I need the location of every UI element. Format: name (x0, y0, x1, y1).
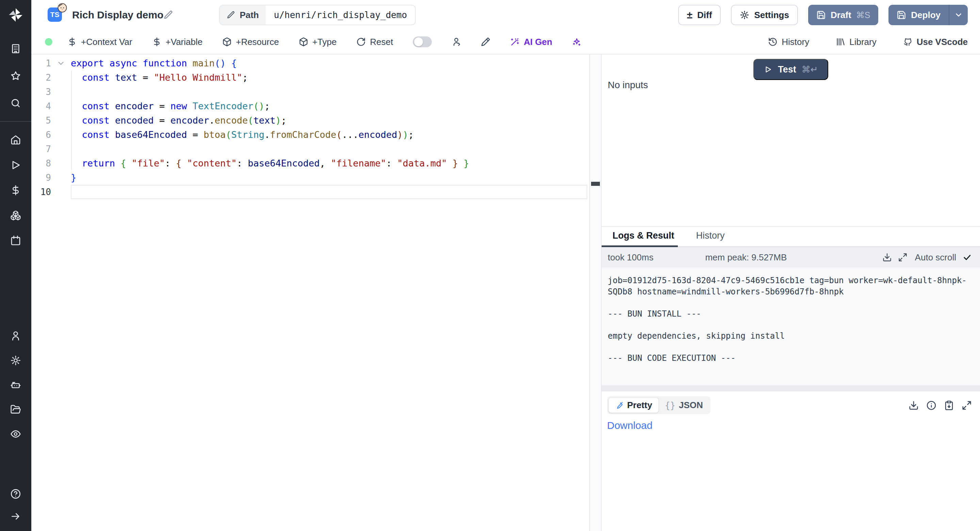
search-icon[interactable] (10, 97, 21, 109)
code-line[interactable]: 3 (31, 85, 589, 99)
page-title: Rich Display demo (72, 9, 163, 21)
path-button[interactable]: Path u/henri/rich_display_demo (219, 5, 416, 25)
magic-wand-icon (510, 37, 520, 47)
code-line[interactable]: 1export async function main() { (31, 56, 589, 70)
code-line[interactable]: 2 const text = "Hello Windmill"; (31, 70, 589, 85)
deploy-button[interactable]: Deploy (888, 5, 949, 25)
pencil-icon (227, 11, 235, 19)
reset-button[interactable]: Reset (356, 37, 393, 47)
result-tabs: Logs & Result History (601, 226, 980, 247)
pretty-pen-icon (615, 401, 624, 410)
dollar-icon (152, 37, 162, 47)
multiplayer-users-icon[interactable] (452, 37, 461, 47)
download-result-link[interactable]: Download (607, 420, 652, 431)
windmill-logo[interactable] (0, 0, 31, 30)
history-button[interactable]: History (768, 37, 809, 47)
check-icon[interactable] (962, 253, 972, 262)
format-pen-icon[interactable] (481, 37, 490, 47)
status-dot (45, 38, 52, 46)
star-icon[interactable] (10, 70, 21, 82)
resources-boxes-icon[interactable] (10, 210, 21, 221)
code-line[interactable]: 9} (31, 171, 589, 185)
code-line[interactable]: 4 const encoder = new TextEncoder(); (31, 99, 589, 113)
code-line[interactable]: 10 (31, 185, 589, 199)
package-icon (299, 37, 308, 47)
pretty-view-button[interactable]: Pretty (608, 397, 659, 413)
expand-logs-icon[interactable] (898, 253, 907, 262)
github-cat-icon (903, 37, 913, 47)
gear-icon (740, 10, 749, 20)
building-icon[interactable] (10, 43, 21, 54)
edit-summary-pencil-icon[interactable] (163, 10, 173, 20)
variables-dollar-icon[interactable] (10, 185, 21, 196)
library-button[interactable]: Library (836, 37, 876, 47)
run-meta-strip: took 100ms mem peak: 9.527MB Auto scroll (601, 247, 980, 268)
pane-splitter[interactable] (590, 54, 601, 531)
deploy-button-group: Deploy (888, 5, 968, 25)
code-line[interactable]: 5 const encoded = encoder.encode(text); (31, 113, 589, 128)
job-logs: job=01912d75-163d-8204-47c9-5469c516cb1e… (601, 268, 980, 385)
run-panel: Test ⌘↵ No inputs Logs & Result History … (601, 54, 980, 531)
code-editor[interactable]: 1export async function main() {2 const t… (31, 54, 590, 531)
draft-button[interactable]: Draft ⌘S (808, 5, 878, 25)
sidebar-divider (0, 121, 31, 122)
avatar-emoji (57, 3, 67, 13)
download-result-icon[interactable] (908, 400, 919, 410)
ai-sparkles-icon[interactable] (572, 37, 582, 47)
copy-clipboard-icon[interactable] (944, 400, 954, 410)
save-icon (816, 10, 826, 20)
settings-button[interactable]: Settings (731, 5, 798, 25)
path-label: Path (240, 10, 259, 21)
diff-button[interactable]: ± Diff (678, 5, 721, 25)
sidebar (0, 0, 31, 531)
schedules-calendar-icon[interactable] (10, 235, 21, 246)
chevron-down-icon (954, 11, 963, 19)
home-icon[interactable] (10, 134, 21, 146)
collapse-arrow-icon[interactable] (10, 510, 21, 522)
dollar-icon (67, 37, 77, 47)
code-line[interactable]: 7 (31, 142, 589, 156)
download-logs-icon[interactable] (882, 253, 892, 262)
code-lines: 1export async function main() {2 const t… (31, 56, 589, 199)
multiplayer-toggle[interactable] (413, 37, 432, 47)
mem-peak-label: mem peak: 9.527MB (705, 252, 787, 263)
auto-scroll-toggle[interactable]: Auto scroll (915, 252, 956, 263)
editor-toolbar: +Context Var +Variable +Resource +Type R… (31, 30, 980, 54)
add-type-button[interactable]: +Type (299, 37, 337, 47)
tab-history[interactable]: History (696, 230, 725, 246)
add-context-var-button[interactable]: +Context Var (67, 37, 132, 47)
runs-play-icon[interactable] (10, 159, 21, 171)
no-inputs-label: No inputs (608, 80, 648, 91)
deploy-dropdown-button[interactable] (949, 5, 968, 25)
use-vscode-button[interactable]: Use VScode (903, 37, 968, 47)
plus-minus-icon: ± (687, 10, 692, 20)
info-icon[interactable] (926, 400, 937, 410)
result-view-switch: Pretty {} JSON (607, 396, 711, 414)
splitter-handle[interactable] (591, 182, 600, 186)
json-view-button[interactable]: {} JSON (659, 398, 709, 413)
save-icon (897, 10, 906, 20)
library-icon (836, 37, 845, 47)
add-variable-button[interactable]: +Variable (152, 37, 203, 47)
braces-icon: {} (665, 400, 675, 410)
path-value: u/henri/rich_display_demo (266, 5, 415, 24)
tab-logs-result[interactable]: Logs & Result (612, 230, 675, 246)
code-line[interactable]: 6 const base64Encoded = btoa(String.from… (31, 128, 589, 142)
ai-gen-button[interactable]: AI Gen (510, 37, 552, 47)
folders-icon[interactable] (10, 404, 21, 415)
audit-eye-icon[interactable] (10, 428, 21, 440)
logs-result-splitter[interactable] (601, 385, 980, 391)
history-clock-icon (768, 37, 778, 47)
settings-gear-icon[interactable] (10, 355, 21, 366)
test-shortcut: ⌘↵ (802, 64, 818, 75)
took-label: took 100ms (608, 252, 653, 263)
test-section: Test ⌘↵ No inputs (601, 54, 980, 226)
code-line[interactable]: 8 return { "file": { "content": base64En… (31, 156, 589, 171)
help-icon[interactable] (10, 488, 21, 500)
package-icon (222, 37, 232, 47)
expand-result-icon[interactable] (962, 400, 972, 410)
add-resource-button[interactable]: +Resource (222, 37, 279, 47)
test-button[interactable]: Test ⌘↵ (753, 59, 828, 80)
workers-robot-icon[interactable] (10, 379, 21, 391)
user-icon[interactable] (10, 330, 21, 342)
